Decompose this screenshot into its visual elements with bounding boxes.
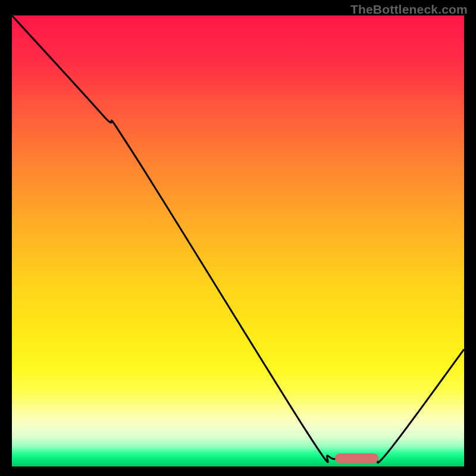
bottleneck-curve-path [12, 15, 464, 463]
curve-svg [12, 15, 464, 466]
optimal-marker [335, 453, 378, 463]
watermark-text: TheBottleneck.com [350, 2, 468, 17]
plot-area [12, 15, 464, 466]
